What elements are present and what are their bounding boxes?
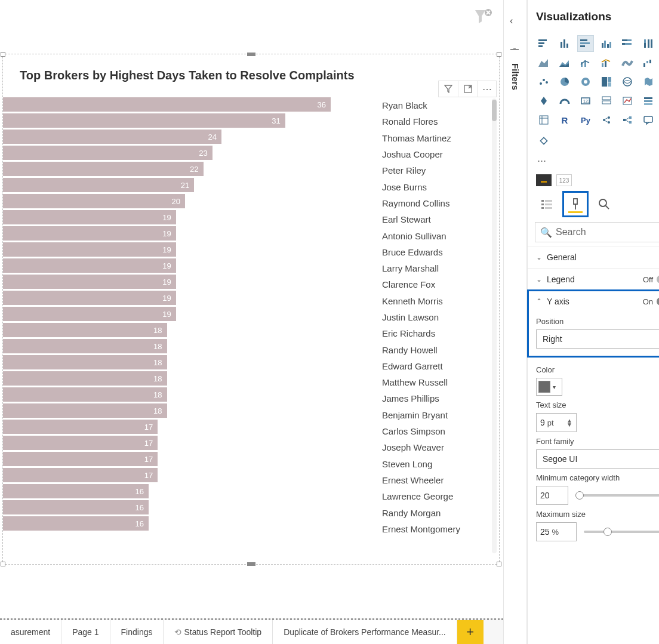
line-stacked-column-icon[interactable] [578, 55, 593, 70]
bar[interactable]: 18 [3, 403, 167, 418]
azure-map-icon[interactable] [536, 93, 552, 109]
position-select[interactable]: Right ⌄ [536, 329, 659, 349]
add-page-button[interactable]: + [457, 620, 484, 644]
resize-handle-bottom[interactable] [247, 562, 255, 566]
bar[interactable]: 18 [3, 323, 167, 337]
svg-rect-66 [629, 116, 632, 119]
bar[interactable]: 16 [3, 500, 149, 514]
fields-tab-icon[interactable] [536, 193, 558, 215]
bar[interactable]: 18 [3, 339, 167, 353]
clear-filter-icon[interactable] [473, 8, 495, 25]
hundred-stacked-column-icon[interactable] [640, 36, 656, 51]
bar[interactable]: 21 [3, 178, 194, 192]
chart-scrollbar[interactable] [492, 98, 497, 553]
bar[interactable]: 16 [3, 484, 149, 498]
focus-mode-icon[interactable] [458, 81, 477, 97]
bar[interactable]: 16 [3, 516, 149, 531]
max-size-slider[interactable] [584, 531, 659, 533]
font-family-select[interactable]: Segoe UI ⌄ [536, 449, 659, 469]
y-axis-toggle[interactable] [657, 297, 659, 306]
qa-visual-icon[interactable] [640, 112, 656, 128]
page-tab[interactable]: Page 1 [61, 620, 110, 644]
page-tab[interactable]: asurement [0, 620, 61, 644]
bar[interactable]: 19 [3, 210, 176, 224]
stacked-bar-icon[interactable] [536, 36, 552, 51]
min-cat-width-slider[interactable] [575, 494, 659, 497]
bar[interactable]: 17 [3, 468, 158, 482]
expand-filters-chevron-icon[interactable]: ‹ [510, 16, 513, 26]
max-size-input[interactable]: 25 % [536, 522, 577, 541]
y-axis-section-header[interactable]: ⌃Y axis On [528, 291, 659, 312]
bar[interactable]: 19 [3, 242, 176, 257]
resize-handle-br[interactable] [497, 562, 501, 566]
bar[interactable]: 19 [3, 307, 176, 321]
line-clustered-column-icon[interactable] [599, 55, 614, 70]
kpi-icon[interactable] [620, 93, 635, 109]
bar-chart-visual[interactable]: Top Brokers by Highest Days Taken to Res… [2, 54, 500, 565]
bar[interactable]: 20 [3, 194, 185, 208]
resize-handle-tr[interactable] [497, 52, 501, 57]
python-visual-icon[interactable]: Py [578, 112, 593, 128]
bar[interactable]: 31 [3, 113, 285, 128]
general-section-header[interactable]: ⌄General [528, 246, 659, 268]
page-tab[interactable]: Duplicate of Brokers Performance Measur.… [273, 620, 457, 644]
bar[interactable]: 18 [3, 371, 167, 386]
bar[interactable]: 22 [3, 162, 204, 176]
multi-row-card-icon[interactable] [599, 93, 614, 109]
page-tab[interactable]: Findings [110, 620, 164, 644]
legend-toggle[interactable] [657, 275, 659, 284]
waterfall-icon[interactable] [640, 55, 656, 70]
bar[interactable]: 24 [3, 130, 221, 144]
resize-handle-top[interactable] [247, 53, 255, 56]
bar[interactable]: 19 [3, 258, 176, 273]
bar[interactable]: 17 [3, 452, 158, 466]
donut-icon[interactable] [578, 74, 593, 90]
r-visual-icon[interactable]: R [557, 112, 572, 128]
gauge-icon[interactable] [557, 93, 572, 109]
key-influencers-icon[interactable] [599, 112, 614, 128]
analytics-tab-icon[interactable] [593, 193, 615, 215]
text-size-input[interactable]: 9 pt ▲▼ [536, 413, 577, 432]
stepper-icon[interactable]: ▲▼ [566, 418, 572, 427]
legend-section-header[interactable]: ⌄Legend Off [528, 269, 659, 290]
bar[interactable]: 36 [3, 97, 331, 112]
bar[interactable]: 23 [3, 146, 213, 160]
field-well-values[interactable]: 123 [556, 174, 572, 186]
filters-pane-collapsed[interactable]: ‹ Filters [503, 0, 527, 644]
more-options-icon[interactable]: ⋯ [477, 81, 496, 97]
scatter-icon[interactable] [536, 74, 552, 90]
bar[interactable]: 19 [3, 275, 176, 289]
pie-icon[interactable] [557, 74, 572, 90]
clustered-bar-icon[interactable] [578, 36, 593, 51]
hundred-stacked-bar-icon[interactable] [620, 36, 635, 51]
bar[interactable]: 18 [3, 387, 167, 402]
page-tab[interactable]: ⟲ Status Report Tooltip [164, 620, 273, 644]
format-search-input[interactable]: 🔍 Search [535, 222, 659, 242]
map-icon[interactable] [620, 74, 635, 90]
resize-handle-tl[interactable] [1, 52, 5, 57]
decomposition-tree-icon[interactable] [620, 112, 635, 128]
card-icon[interactable]: 123 [578, 93, 593, 109]
bar[interactable]: 18 [3, 355, 167, 369]
field-well-axis[interactable]: ▬ [536, 174, 552, 186]
filled-map-icon[interactable] [640, 74, 656, 90]
resize-handle-bl[interactable] [1, 562, 5, 566]
bar[interactable]: 17 [3, 420, 158, 434]
slicer-icon[interactable] [640, 93, 656, 109]
format-tab-icon[interactable] [565, 193, 586, 215]
visual-filter-icon[interactable] [439, 81, 458, 97]
ribbon-chart-icon[interactable] [620, 55, 635, 70]
stacked-column-icon[interactable] [557, 36, 572, 51]
bar[interactable]: 19 [3, 291, 176, 305]
area-chart-icon[interactable] [536, 55, 552, 70]
bar[interactable]: 19 [3, 226, 176, 241]
color-picker[interactable]: ▾ [536, 378, 562, 396]
min-cat-width-input[interactable]: 20 [536, 486, 568, 505]
treemap-icon[interactable] [599, 74, 614, 90]
matrix-icon[interactable] [536, 112, 552, 128]
bar[interactable]: 17 [3, 436, 158, 450]
stacked-area-icon[interactable] [557, 55, 572, 70]
clustered-column-icon[interactable] [599, 36, 614, 51]
get-more-visuals-icon[interactable] [536, 133, 552, 149]
more-visuals-menu[interactable]: ··· [536, 152, 659, 173]
